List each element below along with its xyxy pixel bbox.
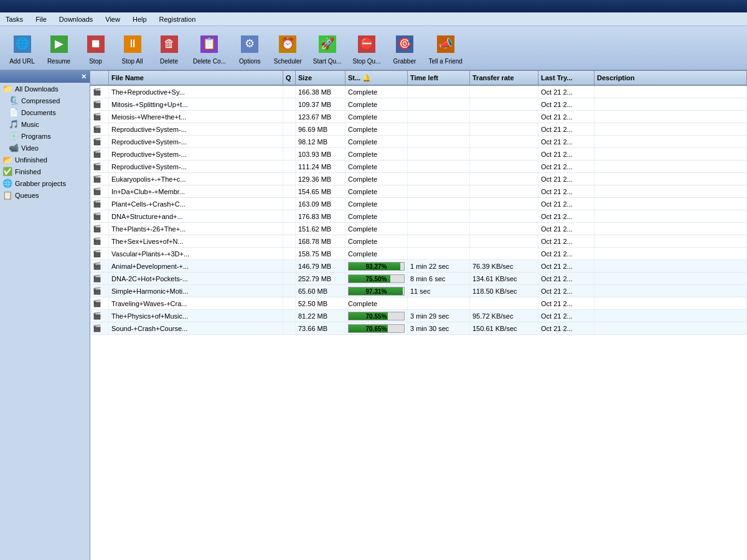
transfer-rate — [470, 185, 538, 197]
sidebar-item-finished[interactable]: ✅Finished — [0, 166, 90, 177]
sidebar-item-compressed[interactable]: 🗜️Compressed — [0, 95, 90, 106]
col-lasttry[interactable]: Last Try... — [538, 71, 594, 85]
table-row[interactable]: 🎬DNA-2C+Hot+Pockets-...252.79 MB75.50%8 … — [90, 273, 747, 285]
toolbar-btn-grabber[interactable]: Grabber — [387, 29, 421, 68]
toolbar-btn-stop-all[interactable]: Stop All — [115, 29, 149, 68]
table-row[interactable]: 🎬Animal+Development-+...146.79 MB93.27%1… — [90, 260, 747, 273]
toolbar-btn-delete[interactable]: Delete — [152, 29, 186, 68]
file-name: Plant+Cells-+Crash+C... — [109, 198, 283, 210]
transfer-rate — [470, 248, 538, 259]
file-name: Meiosis-+Where+the+t... — [109, 111, 283, 123]
menu-tasks[interactable]: Tasks — [2, 14, 26, 24]
transfer-rate: 76.39 KB/sec — [470, 260, 538, 272]
toolbar-btn-add-url[interactable]: Add URL — [5, 29, 39, 68]
sidebar-icon-0: 📁 — [2, 84, 12, 93]
col-q[interactable]: Q — [283, 71, 296, 85]
toolbar-btn-resume[interactable]: Resume — [42, 29, 76, 68]
menu-help[interactable]: Help — [129, 14, 150, 24]
table-row[interactable]: 🎬The+Plants+-26+The+...151.62 MBComplete… — [90, 223, 747, 235]
sidebar-icon-1: 🗜️ — [9, 96, 19, 105]
toolbar-btn-options[interactable]: Options — [233, 29, 267, 68]
file-size: 81.22 MB — [296, 310, 345, 322]
file-size: 111.24 MB — [296, 161, 345, 172]
table-row[interactable]: 🎬Reproductive+System-...96.69 MBComplete… — [90, 123, 747, 136]
status: Complete — [345, 111, 408, 123]
progress-text: 70.65% — [349, 325, 404, 333]
transfer-rate — [470, 111, 538, 123]
menu-view[interactable]: View — [102, 14, 123, 24]
file-name: Sound-+Crash+Course... — [109, 322, 283, 334]
toolbar-btn-scheduler[interactable]: Scheduler — [270, 29, 306, 68]
menu-file[interactable]: File — [32, 14, 50, 24]
toolbar-btn-delete-co---[interactable]: Delete Co... — [189, 29, 230, 68]
table-row[interactable]: 🎬Sound-+Crash+Course...73.66 MB70.65%3 m… — [90, 322, 747, 335]
status: Complete — [345, 173, 408, 185]
sidebar-item-queues[interactable]: 📋Queues — [0, 189, 90, 201]
sidebar-item-documents[interactable]: 📄Documents — [0, 106, 90, 118]
time-left: 3 min 30 sec — [408, 322, 470, 334]
time-left — [408, 210, 470, 222]
sidebar-item-video[interactable]: 📹Video — [0, 142, 90, 154]
sidebar-item-unfinished[interactable]: 📂Unfinished — [0, 154, 90, 166]
toolbar-label-4: Delete — [160, 58, 178, 65]
file-name: Reproductive+System-... — [109, 123, 283, 135]
queue — [283, 310, 296, 322]
toolbar-btn-stop-qu---[interactable]: Stop Qu... — [348, 29, 385, 68]
col-filename[interactable]: File Name — [109, 71, 283, 85]
sidebar-label-7: Finished — [15, 168, 41, 175]
toolbar-btn-stop[interactable]: Stop — [78, 29, 113, 68]
file-icon: 🎬 — [90, 210, 109, 222]
file-size: 163.09 MB — [296, 198, 345, 210]
table-row[interactable]: 🎬Reproductive+System-...103.93 MBComplet… — [90, 148, 747, 161]
table-row[interactable]: 🎬The+Physics+of+Music...81.22 MB70.55%3 … — [90, 310, 747, 322]
menu-downloads[interactable]: Downloads — [56, 14, 96, 24]
status: Complete — [345, 297, 408, 309]
col-icon — [90, 71, 109, 85]
sidebar-icon-4: 💿 — [9, 131, 19, 141]
time-left — [408, 198, 470, 210]
time-left — [408, 98, 470, 110]
file-name: Reproductive+System-... — [109, 161, 283, 172]
toolbar-btn-start-qu---[interactable]: Start Qu... — [309, 29, 346, 68]
table-row[interactable]: 🎬Vascular+Plants+-+3D+...158.75 MBComple… — [90, 248, 747, 260]
last-try: Oct 21 2... — [538, 148, 594, 160]
queue — [283, 98, 296, 110]
col-status[interactable]: St... 🔔 — [345, 71, 408, 85]
table-row[interactable]: 🎬Reproductive+System-...111.24 MBComplet… — [90, 161, 747, 173]
sidebar-label-4: Programs — [21, 133, 51, 140]
table-row[interactable]: 🎬Plant+Cells-+Crash+C...163.09 MBComplet… — [90, 198, 747, 210]
table-row[interactable]: 🎬Traveling+Waves-+Cra...52.50 MBComplete… — [90, 297, 747, 310]
progress-bar-container: 70.55% — [348, 312, 405, 320]
content-area: File Name Q Size St... 🔔 Time left Trans… — [90, 71, 747, 560]
table-row[interactable]: 🎬Mitosis-+Splitting+Up+t...109.37 MBComp… — [90, 98, 747, 111]
table-row[interactable]: 🎬DNA+Structure+and+...176.83 MBCompleteO… — [90, 210, 747, 223]
time-left — [408, 86, 470, 98]
sidebar-item-grabber-projects[interactable]: 🌐Grabber projects — [0, 177, 90, 189]
title-bar — [0, 0, 747, 12]
table-row[interactable]: 🎬In+Da+Club+-+Membr...154.65 MBCompleteO… — [90, 185, 747, 198]
menu-registration[interactable]: Registration — [156, 14, 199, 24]
time-left: 8 min 6 sec — [408, 273, 470, 284]
table-row[interactable]: 🎬Meiosis-+Where+the+t...123.67 MBComplet… — [90, 111, 747, 123]
file-icon: 🎬 — [90, 285, 109, 297]
status: 70.55% — [345, 310, 408, 322]
sidebar-item-music[interactable]: 🎵Music — [0, 118, 90, 130]
time-left — [408, 161, 470, 172]
sidebar-close-icon[interactable]: ✕ — [81, 73, 87, 81]
table-row[interactable]: 🎬The+Sex+Lives+of+N...168.78 MBCompleteO… — [90, 235, 747, 248]
toolbar-btn-tell-a-friend[interactable]: Tell a Friend — [424, 29, 466, 68]
col-rate[interactable]: Transfer rate — [470, 71, 538, 85]
table-row[interactable]: 🎬Simple+Harmonic+Moti...65.60 MB97.31%11… — [90, 285, 747, 297]
sidebar-item-programs[interactable]: 💿Programs — [0, 130, 90, 142]
sidebar-item-all-downloads[interactable]: 📁All Downloads — [0, 83, 90, 95]
table-row[interactable]: 🎬Eukaryopolis+-+The+c...129.36 MBComplet… — [90, 173, 747, 185]
table-row[interactable]: 🎬The+Reproductive+Sy...166.38 MBComplete… — [90, 86, 747, 98]
table-row[interactable]: 🎬Reproductive+System-...98.12 MBComplete… — [90, 136, 747, 148]
file-size: 151.62 MB — [296, 223, 345, 235]
col-size[interactable]: Size — [296, 71, 345, 85]
file-name: Simple+Harmonic+Moti... — [109, 285, 283, 297]
transfer-rate: 118.50 KB/sec — [470, 285, 538, 297]
toolbar-icon-11 — [433, 32, 458, 57]
col-timeleft[interactable]: Time left — [408, 71, 470, 85]
col-desc[interactable]: Description — [594, 71, 747, 85]
